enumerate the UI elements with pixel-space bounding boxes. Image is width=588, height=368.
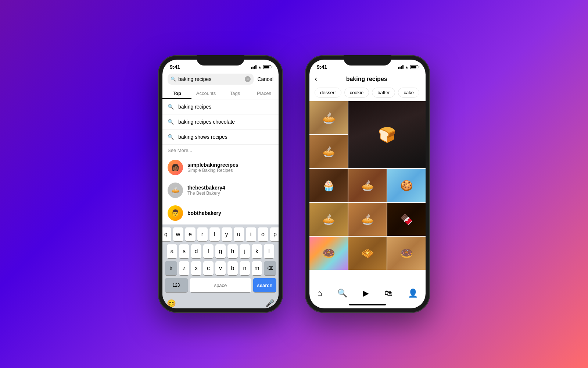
account-item-3[interactable]: 👨 bobthebakery xyxy=(162,202,279,224)
key-v[interactable]: v xyxy=(215,261,226,275)
account-info-3: bobthebakery xyxy=(187,210,221,216)
search-icon-suggestion-3: 🔍 xyxy=(168,134,174,140)
avatar-simplebaking: 👩🏾 xyxy=(168,160,183,175)
key-h[interactable]: h xyxy=(227,244,238,258)
search-input-wrap[interactable]: 🔍 baking recipes ✕ xyxy=(168,74,254,85)
suggestion-item-3[interactable]: 🔍 baking shows recipes xyxy=(162,130,279,145)
left-iphone: 9:41 ▲ 🔍 baking recipes ✕ xyxy=(158,55,283,313)
username-3: bobthebakery xyxy=(187,210,221,216)
grid-cell-5[interactable]: 🥧 xyxy=(348,169,387,202)
key-w[interactable]: w xyxy=(173,227,183,241)
account-item-2[interactable]: 🥧 thebestbakery4 The Best Bakery xyxy=(162,179,279,202)
chip-batter[interactable]: batter xyxy=(372,88,395,98)
tab-tags[interactable]: Tags xyxy=(220,88,250,99)
suggestion-text-2: baking recipes chocolate xyxy=(178,119,235,125)
key-r[interactable]: r xyxy=(197,227,208,241)
key-s[interactable]: s xyxy=(179,244,189,258)
signal-icon xyxy=(251,65,257,69)
grid-cell-7[interactable]: 🥧 xyxy=(309,203,348,236)
nav-search-icon[interactable]: 🔍 xyxy=(337,289,347,298)
emoji-button[interactable]: 😊 xyxy=(165,297,178,308)
key-q[interactable]: q xyxy=(162,227,171,241)
fullname-1: Simple Baking Recipes xyxy=(187,168,239,173)
grid-cell-6[interactable]: 🍪 xyxy=(387,169,426,202)
search-key[interactable]: search xyxy=(253,278,276,292)
key-n[interactable]: n xyxy=(240,261,250,275)
key-p[interactable]: p xyxy=(270,227,279,241)
suggestions-list: 🔍 baking recipes 🔍 baking recipes chocol… xyxy=(162,99,279,145)
right-screen: 9:41 ▲ ‹ baking recipes dessert xyxy=(309,60,426,308)
suggestion-item-1[interactable]: 🔍 baking recipes xyxy=(162,99,279,114)
clear-button[interactable]: ✕ xyxy=(245,76,251,82)
grid-cell-2[interactable]: 🍞 xyxy=(348,101,426,168)
battery-icon-right xyxy=(410,65,418,69)
key-y[interactable]: y xyxy=(222,227,232,241)
see-more-link[interactable]: See More... xyxy=(162,145,279,156)
grid-cell-10[interactable]: 🍩 xyxy=(309,237,348,270)
grid-cell-11[interactable]: 🧇 xyxy=(348,237,387,270)
key-f[interactable]: f xyxy=(203,244,214,258)
battery-icon xyxy=(263,65,271,69)
nav-profile-icon[interactable]: 👤 xyxy=(408,289,418,298)
grid-cell-9[interactable]: 🍫 xyxy=(387,203,426,236)
key-x[interactable]: x xyxy=(191,261,201,275)
account-info-1: simplebakingrecipes Simple Baking Recipe… xyxy=(187,162,239,173)
keyboard: q w e r t y u i o p a s d f g h j k xyxy=(162,224,279,308)
key-m[interactable]: m xyxy=(252,261,262,275)
avatar-bestbakery: 🥧 xyxy=(168,183,183,198)
key-a[interactable]: a xyxy=(167,244,177,258)
back-button[interactable]: ‹ xyxy=(315,74,317,84)
chip-cake[interactable]: cake xyxy=(398,88,419,98)
key-b[interactable]: b xyxy=(227,261,238,275)
key-i[interactable]: i xyxy=(246,227,256,241)
time-right: 9:41 xyxy=(317,64,327,70)
chip-cookie[interactable]: cookie xyxy=(344,88,369,98)
key-u[interactable]: u xyxy=(234,227,244,241)
grid-cell-4[interactable]: 🧁 xyxy=(309,169,348,202)
search-bar-row: 🔍 baking recipes ✕ Cancel xyxy=(162,71,279,88)
search-query[interactable]: baking recipes xyxy=(178,76,243,82)
key-z[interactable]: z xyxy=(179,261,189,275)
username-2: thebestbakery4 xyxy=(187,185,225,191)
key-l[interactable]: l xyxy=(264,244,274,258)
time-left: 9:41 xyxy=(170,64,180,70)
account-results: 👩🏾 simplebakingrecipes Simple Baking Rec… xyxy=(162,156,279,224)
suggestion-item-2[interactable]: 🔍 baking recipes chocolate xyxy=(162,114,279,130)
key-o[interactable]: o xyxy=(258,227,268,241)
grid-cell-12[interactable]: 🍩 xyxy=(387,237,426,270)
nav-shop-icon[interactable]: 🛍 xyxy=(384,289,392,298)
grid-cell-1[interactable]: 🥧 xyxy=(309,101,348,134)
key-d[interactable]: d xyxy=(191,244,201,258)
notch xyxy=(197,55,244,66)
cancel-button[interactable]: Cancel xyxy=(257,76,273,82)
wifi-icon-right: ▲ xyxy=(405,65,409,69)
key-j[interactable]: j xyxy=(240,244,250,258)
shift-key[interactable]: ⇧ xyxy=(165,261,177,275)
chip-dessert[interactable]: dessert xyxy=(315,88,341,98)
space-key[interactable]: space xyxy=(190,278,251,292)
delete-key[interactable]: ⌫ xyxy=(264,261,276,275)
tab-accounts[interactable]: Accounts xyxy=(191,88,220,99)
grid-cell-3[interactable]: 🥧 xyxy=(309,135,348,168)
key-e[interactable]: e xyxy=(185,227,196,241)
key-c[interactable]: c xyxy=(203,261,214,275)
tabs-row: Top Accounts Tags Places xyxy=(162,88,279,99)
suggestion-text-3: baking shows recipes xyxy=(178,134,227,140)
num-key[interactable]: 123 xyxy=(165,278,188,292)
tab-top[interactable]: Top xyxy=(162,88,191,99)
keyboard-row-4: 123 space search xyxy=(165,278,276,292)
search-icon: 🔍 xyxy=(171,77,176,82)
status-icons-left: ▲ xyxy=(251,65,271,69)
mic-button[interactable]: 🎤 xyxy=(263,297,276,308)
nav-home-icon[interactable]: ⌂ xyxy=(317,289,322,298)
left-screen: 9:41 ▲ 🔍 baking recipes ✕ xyxy=(162,60,279,308)
key-t[interactable]: t xyxy=(209,227,220,241)
key-g[interactable]: g xyxy=(215,244,226,258)
tab-places[interactable]: Places xyxy=(250,88,279,99)
grid-cell-8[interactable]: 🥧 xyxy=(348,203,387,236)
filter-chips: dessert cookie batter cake xyxy=(309,88,426,101)
key-k[interactable]: k xyxy=(252,244,262,258)
account-item-1[interactable]: 👩🏾 simplebakingrecipes Simple Baking Rec… xyxy=(162,156,279,179)
username-1: simplebakingrecipes xyxy=(187,162,239,168)
nav-reels-icon[interactable]: ▶ xyxy=(363,289,369,298)
